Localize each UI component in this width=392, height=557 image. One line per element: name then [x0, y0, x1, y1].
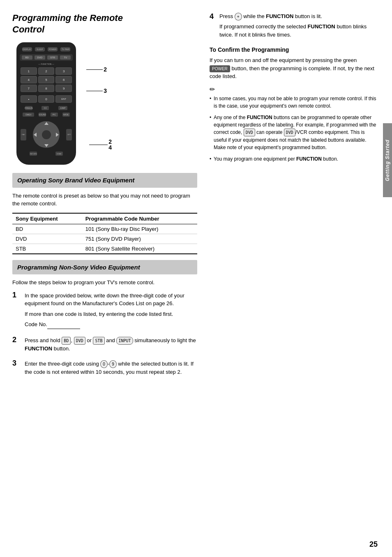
- step-4: 4 Press + while the FUNCTION button is l…: [210, 12, 378, 41]
- section1-header: Operating Sony Brand Video Equipment: [12, 173, 197, 188]
- section2-header: Programming Non-Sony Video Equipment: [12, 260, 197, 275]
- table-row: DVD751 (Sony DVD Player): [12, 234, 197, 244]
- confirm-title: To Confirm the Programming: [210, 46, 378, 53]
- right-column: 4 Press + while the FUNCTION button is l…: [205, 12, 378, 545]
- step-3: 3 Enter the three-digit code using 0-9 w…: [12, 360, 197, 379]
- step-1: 1 In the space provided below, write dow…: [12, 292, 197, 331]
- equipment-table: Sony Equipment Programmable Code Number …: [12, 213, 197, 254]
- note-item-3: You may program one equipment per FUNCTI…: [210, 155, 378, 163]
- section2-description: Follow the steps below to program your T…: [12, 278, 197, 287]
- callout-3: 3: [104, 87, 107, 94]
- table-row: STB801 (Sony Satellite Receiver): [12, 244, 197, 254]
- notes-list: In some cases, you may not be able to pr…: [210, 95, 378, 163]
- note-item-2: Any one of the FUNCTION buttons can be p…: [210, 114, 378, 151]
- side-tab: Getting Started: [383, 123, 392, 197]
- left-column: Programming the Remote Control DISPLAY S…: [12, 12, 205, 545]
- note-icon: ✏: [210, 85, 378, 93]
- page-title: Programming the Remote Control: [12, 12, 197, 35]
- confirm-text: If you can turn on and off the equipment…: [210, 56, 378, 81]
- page-number: 25: [369, 540, 378, 549]
- table-row: BD101 (Sony Blu-ray Disc Player): [12, 224, 197, 234]
- step-2: 2 Press and hold BD, DVD or STB and INPU…: [12, 336, 197, 355]
- note-item-1: In some cases, you may not be able to pr…: [210, 95, 378, 110]
- callout-24: 2 4: [108, 139, 112, 150]
- table-header-code: Programmable Code Number: [82, 213, 197, 224]
- callout-2a: 2: [104, 66, 107, 73]
- remote-image: DISPLAY SLEEP POWER TV PWR BD DVD STB TV: [12, 42, 197, 165]
- section1-description: The remote control is preset as below so…: [12, 192, 197, 208]
- table-header-equipment: Sony Equipment: [12, 213, 82, 224]
